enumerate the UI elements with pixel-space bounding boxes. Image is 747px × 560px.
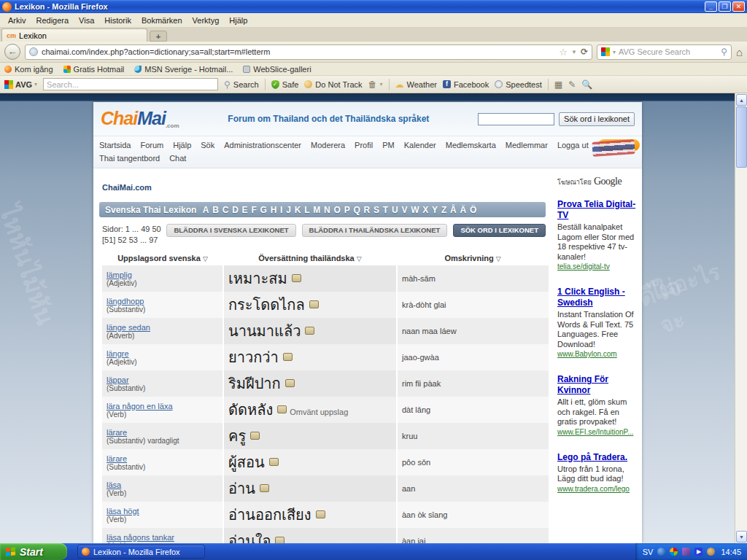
nav-forum[interactable]: Forum [140, 141, 163, 149]
swedish-word-link[interactable]: lärare [107, 428, 218, 437]
letter-link-S[interactable]: S [372, 205, 382, 215]
swedish-word-link[interactable]: länge sedan [107, 323, 218, 332]
calculator-icon[interactable]: ▦ [554, 79, 562, 90]
new-tab-button[interactable]: + [150, 31, 167, 42]
letter-link-W[interactable]: W [409, 205, 421, 215]
restore-button[interactable]: ❐ [719, 1, 731, 12]
url-text[interactable]: chaimai.com/index.php?action=dictionary;… [42, 47, 555, 56]
speedtest-button[interactable]: Speedtest [495, 80, 542, 89]
nav-pm[interactable]: PM [382, 141, 395, 149]
url-bar[interactable]: chaimai.com/index.php?action=dictionary;… [25, 44, 592, 60]
lexicon-search-input[interactable] [478, 113, 554, 125]
swedish-word-link[interactable]: längdhopp [107, 297, 218, 306]
swedish-word-link[interactable]: längre [107, 349, 218, 358]
ad-url-link[interactable]: www.tradera.com/lego [557, 485, 639, 493]
ad-title-link[interactable]: 1 Click English - Swedish [557, 287, 639, 308]
ad-title-link[interactable]: Rakning För Kvinnor [557, 374, 639, 396]
swedish-word-link[interactable]: lärare [107, 454, 218, 463]
nav-kalender[interactable]: Kalender [404, 141, 436, 149]
nav-administrationscenter[interactable]: Administrationscenter [224, 141, 301, 149]
scroll-down-button[interactable]: ▼ [736, 531, 747, 542]
bookmark-item[interactable]: MSN Sverige - Hotmail... [134, 65, 233, 74]
letter-link-J[interactable]: J [285, 205, 293, 215]
audio-icon[interactable] [250, 432, 260, 440]
home-button[interactable]: ⌂ [736, 46, 743, 58]
audio-icon[interactable] [309, 300, 319, 308]
sort-arrow-icon[interactable]: ▽ [203, 255, 208, 262]
vertical-scrollbar[interactable]: ▲ ▼ [735, 93, 747, 543]
ad-url-link[interactable]: www.EFI.se/IntuitionP... [557, 428, 639, 436]
notes-icon[interactable]: ✎ [568, 79, 576, 90]
avg-search-button[interactable]: ⚲ Search [224, 79, 259, 90]
ad-title-link[interactable]: Prova Telia Digital-TV [557, 199, 639, 221]
menu-bokmärken[interactable]: Bokmärken [136, 15, 187, 26]
do-not-track-button[interactable]: Do Not Track [304, 80, 362, 89]
page-search-icon[interactable]: 🔍 [581, 79, 592, 90]
audio-icon[interactable] [285, 379, 295, 387]
column-header[interactable]: Omskrivning ▽ [397, 252, 549, 265]
audio-icon[interactable] [305, 327, 314, 335]
letter-link-N[interactable]: N [322, 205, 332, 215]
letter-link-E[interactable]: E [240, 205, 249, 215]
audio-icon[interactable] [316, 510, 325, 518]
weather-button[interactable]: ☁ Weather [395, 79, 437, 90]
letter-link-Z[interactable]: Z [439, 205, 448, 215]
avg-toolbar-search-input[interactable]: Search... [43, 78, 218, 90]
letter-link-B[interactable]: B [211, 205, 220, 215]
letter-link-M[interactable]: M [311, 205, 322, 215]
menu-visa[interactable]: Visa [74, 15, 99, 26]
nav-thai-tangentbord[interactable]: Thai tangentbord [99, 154, 160, 163]
scroll-up-button[interactable]: ▲ [736, 94, 747, 106]
letter-link-L[interactable]: L [303, 205, 311, 215]
bookmark-item[interactable]: WebSlice-galleri [243, 65, 311, 74]
letter-link-U[interactable]: U [390, 205, 400, 215]
start-button[interactable]: Start [0, 543, 67, 560]
swedish-word-link[interactable]: läsa [107, 481, 218, 489]
menu-redigera[interactable]: Redigera [31, 15, 74, 26]
column-header[interactable]: Uppslagsord svenska ▽ [102, 252, 223, 265]
letter-link-D[interactable]: D [231, 205, 240, 215]
avg-brand-button[interactable]: AVG ▾ [4, 80, 37, 89]
letter-link-R[interactable]: R [362, 205, 371, 215]
audio-icon[interactable] [275, 537, 285, 543]
lexicon-button-0[interactable]: BLÄDDRA I SVENSKA LEXIKONET [166, 224, 295, 237]
nav-moderera[interactable]: Moderera [311, 141, 345, 149]
audio-icon[interactable] [277, 405, 287, 413]
nav-chat[interactable]: Chat [169, 154, 186, 163]
letter-link-H[interactable]: H [268, 205, 278, 215]
tab-lexikon[interactable]: cm Lexikon [1, 28, 147, 42]
swedish-word-link[interactable]: läsa högt [107, 507, 218, 516]
nav-sök[interactable]: Sök [201, 141, 214, 149]
menu-historik[interactable]: Historik [99, 15, 136, 26]
avg-search-field[interactable]: ▾ AVG Secure Search ⚲ [597, 44, 732, 60]
menu-hjälp[interactable]: Hjälp [224, 15, 252, 26]
minimize-button[interactable]: _ [705, 1, 717, 12]
pagination[interactable]: Sidor: 1 ... 49 50 [51] 52 53 ... 97 [102, 224, 166, 246]
bookmark-item[interactable]: Gratis Hotmail [63, 65, 125, 74]
sort-arrow-icon[interactable]: ▽ [496, 255, 501, 262]
nav-medlemmar[interactable]: Medlemmar [506, 141, 548, 149]
nav-profil[interactable]: Profil [355, 141, 373, 149]
audio-icon[interactable] [269, 458, 279, 466]
avg-safe-button[interactable]: ✓ Safe [271, 80, 299, 89]
swedish-word-link[interactable]: lämplig [107, 271, 218, 279]
tray-avg-icon[interactable] [670, 548, 678, 556]
tray-volume-icon[interactable] [707, 548, 715, 556]
letter-link-Q[interactable]: Q [352, 205, 362, 215]
letter-link-V[interactable]: V [400, 205, 409, 215]
menu-arkiv[interactable]: Arkiv [3, 15, 31, 26]
nav-startsida[interactable]: Startsida [99, 141, 131, 149]
nav-logga-ut[interactable]: Logga ut [557, 141, 589, 149]
letter-link-Ä[interactable]: Ä [458, 205, 468, 215]
site-logo[interactable]: ChaiMai.com [101, 109, 179, 129]
swedish-word-link[interactable]: läsa någons tankar [107, 533, 218, 542]
lexicon-button-1[interactable]: BLÄDDRA I THAILÄNDSKA LEXIKONET [302, 224, 448, 237]
close-button[interactable]: ✕ [732, 1, 745, 12]
letter-link-Y[interactable]: Y [430, 205, 440, 215]
letter-link-Å[interactable]: Å [449, 205, 458, 215]
breadcrumb[interactable]: ChaiMai.com [102, 183, 546, 192]
letter-link-Ö[interactable]: Ö [468, 205, 479, 215]
bookmark-star-icon[interactable]: ☆ [559, 47, 568, 58]
back-button[interactable]: ← [4, 44, 20, 60]
facebook-button[interactable]: f Facebook [443, 80, 489, 89]
